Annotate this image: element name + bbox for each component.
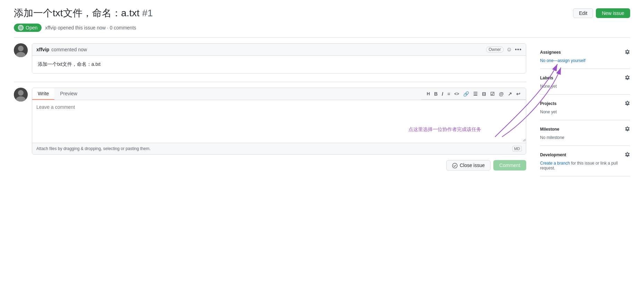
toolbar-italic[interactable]: I	[440, 90, 444, 97]
editor-avatar	[14, 88, 28, 102]
comment-header-left: xffvip commented now	[36, 47, 87, 52]
milestone-value: No milestone	[540, 135, 630, 140]
status-row: Open xffvip opened this issue now · 0 co…	[14, 24, 630, 32]
svg-point-8	[452, 163, 457, 168]
toolbar-heading[interactable]: H	[425, 90, 431, 97]
labels-gear-button[interactable]	[625, 74, 630, 81]
avatar	[14, 43, 28, 57]
development-gear-button[interactable]	[625, 151, 630, 158]
content-area: xffvip commented now Owner ☺ ••• 添加一个txt…	[14, 43, 526, 176]
issue-header: 添加一个txt文件，命名：a.txt #1 Edit New issue	[14, 7, 630, 19]
editor-block: Write Preview H B I ≡ <> 🔗 ☰ ⊟ ☑ @	[14, 88, 526, 155]
sidebar-assignees: Assignees No one—assign yourself	[540, 43, 630, 69]
comment-container: xffvip commented now Owner ☺ ••• 添加一个txt…	[32, 43, 526, 73]
preview-tab[interactable]: Preview	[54, 88, 83, 100]
labels-header: Labels	[540, 74, 630, 81]
comment-author: xffvip	[36, 47, 49, 52]
toolbar-task[interactable]: ☑	[489, 90, 496, 97]
milestone-gear-button[interactable]	[625, 126, 630, 132]
svg-point-1	[20, 27, 21, 28]
projects-value: None yet	[540, 109, 630, 114]
close-issue-check-icon	[452, 162, 458, 168]
issue-title-text: 添加一个txt文件，命名：a.txt	[14, 8, 139, 18]
new-issue-button[interactable]: New issue	[596, 8, 630, 18]
emoji-button[interactable]: ☺	[506, 46, 512, 53]
create-branch-link[interactable]: Create a branch	[540, 161, 570, 166]
sidebar-milestone: Milestone No milestone	[540, 120, 630, 146]
issue-number: #1	[142, 8, 153, 18]
assignees-header: Assignees	[540, 49, 630, 55]
comment-time: commented now	[51, 47, 87, 52]
comment-header: xffvip commented now Owner ☺ •••	[32, 44, 526, 56]
toolbar-link[interactable]: 🔗	[462, 90, 470, 97]
sidebar-labels: Labels None yet	[540, 69, 630, 95]
comment-header-right: Owner ☺ •••	[486, 46, 522, 53]
assignees-value: No one—assign yourself	[540, 58, 630, 63]
close-issue-button[interactable]: Close issue	[446, 160, 491, 170]
toolbar-reference[interactable]: ↗	[506, 90, 513, 97]
more-button[interactable]: •••	[515, 46, 522, 53]
markdown-icon: MD	[512, 146, 522, 151]
sidebar: Assignees No one—assign yourself Labels	[540, 43, 630, 176]
comment-button[interactable]: Comment	[493, 160, 526, 170]
milestone-header: Milestone	[540, 126, 630, 132]
development-header: Development	[540, 151, 630, 158]
status-badge-text: Open	[26, 25, 37, 30]
status-meta: xffvip opened this issue now · 0 comment…	[45, 25, 136, 30]
comment-textarea[interactable]	[32, 100, 526, 142]
comment-block: xffvip commented now Owner ☺ ••• 添加一个txt…	[14, 43, 526, 73]
labels-title: Labels	[540, 76, 553, 80]
toolbar-bold[interactable]: B	[433, 90, 439, 97]
header-buttons: Edit New issue	[573, 8, 630, 18]
svg-point-3	[18, 46, 24, 51]
toolbar-undo[interactable]: ↩	[515, 90, 522, 97]
divider	[14, 37, 630, 38]
toolbar-mention[interactable]: @	[497, 90, 505, 97]
projects-title: Projects	[540, 101, 556, 106]
toolbar-code[interactable]: <>	[453, 91, 460, 97]
milestone-title: Milestone	[540, 127, 559, 132]
owner-badge: Owner	[486, 46, 504, 53]
comment-body: 添加一个txt文件，命名：a.txt	[32, 56, 526, 73]
sidebar-projects: Projects None yet	[540, 95, 630, 120]
projects-header: Projects	[540, 100, 630, 107]
editor-footer: Attach files by dragging & dropping, sel…	[32, 143, 526, 154]
action-buttons: Close issue Comment	[14, 160, 526, 170]
open-status-badge: Open	[14, 24, 42, 32]
assign-yourself-link[interactable]: No one—assign yourself	[540, 58, 585, 63]
close-issue-label: Close issue	[460, 163, 485, 168]
svg-point-6	[18, 90, 24, 96]
labels-value: None yet	[540, 84, 630, 89]
main-layout: xffvip commented now Owner ☺ ••• 添加一个txt…	[14, 43, 630, 176]
toolbar-list-ordered[interactable]: ⊟	[480, 90, 487, 97]
comment-text: 添加一个txt文件，命名：a.txt	[38, 61, 100, 67]
sidebar-development: Development Create a branch for this iss…	[540, 146, 630, 176]
development-title: Development	[540, 152, 566, 157]
toolbar-quote[interactable]: ≡	[446, 90, 451, 97]
development-value: Create a branch for this issue or link a…	[540, 161, 630, 170]
edit-button[interactable]: Edit	[573, 8, 593, 18]
assignees-gear-button[interactable]	[625, 49, 630, 55]
editor-toolbar: H B I ≡ <> 🔗 ☰ ⊟ ☑ @ ↗ ↩	[421, 88, 526, 100]
open-circle-icon	[18, 25, 24, 30]
editor-tabs: Write Preview H B I ≡ <> 🔗 ☰ ⊟ ☑ @	[32, 88, 526, 100]
content-divider	[14, 82, 526, 82]
write-tab[interactable]: Write	[32, 88, 54, 100]
issue-title: 添加一个txt文件，命名：a.txt #1	[14, 7, 153, 19]
toolbar-list-unordered[interactable]: ☰	[472, 90, 479, 97]
attach-text: Attach files by dragging & dropping, sel…	[36, 146, 151, 151]
editor-container: Write Preview H B I ≡ <> 🔗 ☰ ⊟ ☑ @	[32, 88, 526, 155]
assignees-title: Assignees	[540, 50, 561, 55]
projects-gear-button[interactable]	[625, 100, 630, 107]
